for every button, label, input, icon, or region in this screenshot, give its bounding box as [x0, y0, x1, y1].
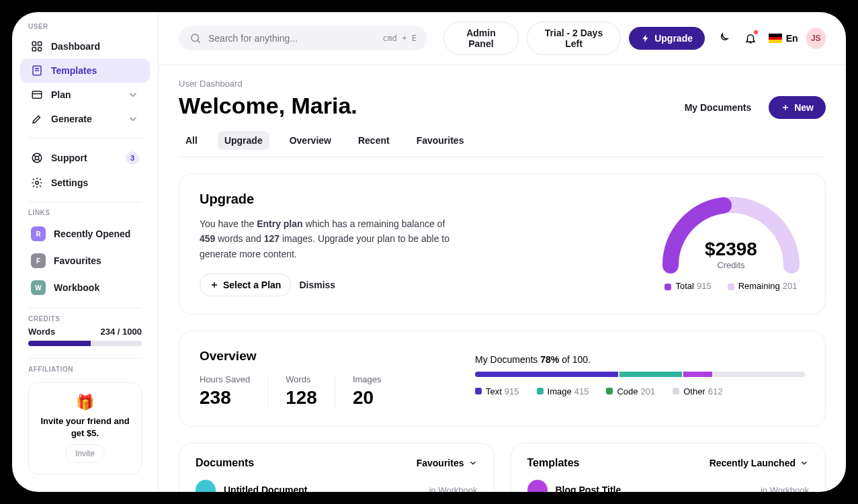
search-icon	[189, 32, 202, 44]
documents-card: Documents Favourites Untitled Document i…	[179, 443, 495, 492]
affiliation-card: 🎁 Invite your friend and get $5. Invite	[28, 382, 142, 474]
templates-card: Templates Recently Launched Blog Post Ti…	[511, 443, 826, 492]
document-row[interactable]: Untitled Document in Workbook	[196, 480, 478, 492]
template-avatar	[527, 480, 548, 492]
overview-title: Overview	[200, 349, 448, 364]
stat-words: Words128	[268, 374, 335, 409]
page-title: Welcome, Maria.	[179, 93, 357, 119]
templates-filter[interactable]: Recently Launched	[710, 458, 809, 468]
templates-title: Templates	[527, 457, 580, 469]
tab-overview[interactable]: Overview	[283, 131, 338, 150]
sidebar-item-label: Recently Opened	[54, 228, 130, 239]
upgrade-card: Upgrade You have the Entry plan which ha…	[179, 173, 826, 314]
credits-words-value: 234 / 1000	[101, 327, 142, 337]
tab-row: All Upgrade Overview Recent Favourites	[179, 131, 826, 157]
chevron-down-icon	[800, 458, 809, 468]
svg-rect-5	[32, 91, 42, 99]
sidebar-link-recent[interactable]: R Recently Opened	[20, 220, 150, 247]
sidebar-section-credits: CREDITS	[12, 315, 158, 327]
gift-icon: 🎁	[40, 394, 130, 411]
tab-upgrade[interactable]: Upgrade	[218, 131, 269, 150]
pencil-icon	[31, 113, 43, 125]
plus-icon	[210, 280, 219, 290]
invite-button[interactable]: Invite	[65, 444, 105, 463]
legend-other: Other612	[673, 386, 722, 396]
chevron-down-icon	[468, 458, 478, 468]
my-documents-button[interactable]: My Documents	[674, 97, 763, 118]
template-title: Blog Post Title	[556, 485, 621, 492]
tab-all[interactable]: All	[179, 131, 204, 150]
avatar[interactable]: JS	[806, 28, 826, 49]
sidebar-item-label: Templates	[51, 65, 97, 76]
sidebar-item-templates[interactable]: Templates	[20, 58, 150, 83]
document-avatar	[196, 480, 216, 492]
trial-pill[interactable]: Trial - 2 Days Left	[527, 22, 621, 55]
svg-rect-0	[32, 42, 36, 45]
gauge-label: Credits	[657, 260, 805, 270]
sidebar-item-support[interactable]: Support 3	[20, 145, 150, 171]
svg-point-7	[35, 156, 38, 159]
svg-rect-1	[38, 42, 42, 45]
select-plan-label: Select a Plan	[223, 280, 281, 290]
sidebar-section-user: USER	[12, 23, 158, 34]
search-input-wrap[interactable]: cmd + E	[179, 26, 427, 50]
sidebar-item-label: Favourites	[54, 255, 101, 266]
chevron-down-icon	[127, 113, 139, 125]
square-badge-f: F	[31, 253, 46, 268]
search-input[interactable]	[208, 33, 376, 44]
theme-toggle[interactable]	[713, 28, 732, 49]
documents-filter[interactable]: Favourites	[417, 458, 478, 468]
sidebar-item-label: Generate	[51, 114, 92, 124]
sidebar-item-plan[interactable]: Plan	[20, 83, 150, 107]
stat-hours: Hours Saved238	[200, 374, 268, 409]
template-meta: in Workbook	[761, 485, 809, 492]
sidebar-item-label: Support	[51, 153, 87, 163]
notifications-button[interactable]	[740, 28, 760, 49]
svg-point-9	[191, 34, 199, 42]
lifebuoy-icon	[31, 152, 43, 164]
upgrade-text: You have the Entry plan which has a rema…	[200, 216, 455, 261]
legend-total: Total915	[664, 281, 711, 291]
sidebar-item-generate[interactable]: Generate	[20, 107, 150, 131]
divider	[28, 358, 142, 359]
divider	[28, 138, 142, 138]
language-label: En	[786, 33, 798, 44]
select-plan-button[interactable]: Select a Plan	[200, 274, 291, 296]
credits-words-label: Words	[28, 327, 55, 337]
admin-panel-button[interactable]: Admin Panel	[443, 22, 519, 55]
overview-docs-text: My Documents 78% of 100.	[475, 354, 805, 365]
sidebar-item-settings[interactable]: Settings	[20, 171, 150, 195]
new-button[interactable]: New	[769, 96, 826, 119]
tab-favourites[interactable]: Favourites	[410, 131, 471, 150]
bolt-icon	[641, 34, 650, 43]
sidebar-link-favourites[interactable]: F Favourites	[20, 247, 150, 274]
document-title: Untitled Document	[224, 485, 307, 492]
divider	[28, 202, 142, 202]
sidebar-item-label: Settings	[51, 177, 88, 188]
sidebar-item-dashboard[interactable]: Dashboard	[20, 34, 150, 58]
svg-point-8	[36, 181, 39, 185]
affiliation-text: Invite your friend and get $5.	[40, 415, 130, 439]
grid-icon	[31, 40, 43, 52]
sidebar-item-label: Workbook	[54, 282, 99, 293]
square-badge-w: W	[31, 280, 46, 295]
tab-recent[interactable]: Recent	[351, 131, 396, 150]
legend-remaining: Remaining201	[728, 281, 798, 291]
legend-image: Image415	[537, 386, 589, 396]
plus-icon	[781, 103, 790, 112]
new-button-label: New	[794, 102, 814, 113]
legend-text: Text915	[475, 386, 519, 396]
credits-block: Words 234 / 1000	[12, 327, 158, 346]
dismiss-button[interactable]: Dismiss	[299, 274, 335, 296]
template-row[interactable]: Blog Post Title in Workbook	[527, 480, 810, 492]
gear-icon	[31, 177, 43, 189]
sidebar-item-label: Dashboard	[51, 41, 100, 52]
upgrade-title: Upgrade	[200, 192, 637, 207]
overview-segment-bar	[475, 372, 805, 377]
topbar: cmd + E Admin Panel Trial - 2 Days Left …	[159, 12, 846, 65]
document-meta: in Workbook	[429, 485, 477, 492]
language-switcher[interactable]: En	[769, 33, 798, 44]
sidebar-link-workbook[interactable]: W Workbook	[20, 274, 150, 301]
chevron-down-icon	[127, 89, 139, 101]
upgrade-button[interactable]: Upgrade	[629, 27, 705, 50]
